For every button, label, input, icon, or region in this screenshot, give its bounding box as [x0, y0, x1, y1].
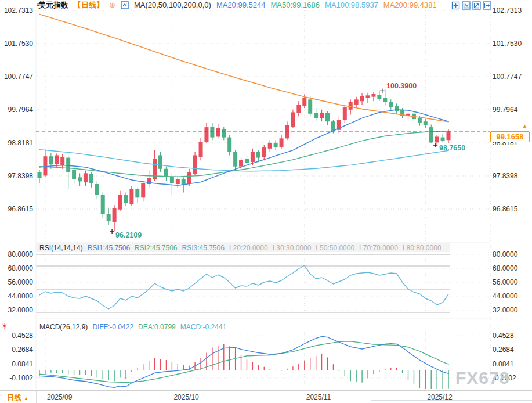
axis-tick-label: 0.2684: [493, 346, 514, 354]
footer-divider: [36, 391, 37, 403]
ma50-value-label: MA50:99.1686: [270, 1, 320, 9]
rsi3-value-label: RSI3:45.7506: [182, 244, 225, 252]
current-price-tag: 99.1658: [490, 131, 530, 142]
axis-tick-label: 32.0000: [0, 306, 33, 314]
axis-tick-label: 56.0000: [493, 278, 517, 286]
axis-tick-label: 100.7747: [0, 73, 33, 81]
rsi-l20-label: L20:20.0000: [229, 244, 268, 252]
fit-chart-icon[interactable]: [451, 1, 460, 10]
axis-tick-label: 96.8615: [0, 205, 33, 213]
price-up-arrow-icon: ▲: [522, 123, 528, 129]
rsi-settings-label[interactable]: RSI(14,14,14): [39, 244, 83, 252]
candlestick-chart-icon[interactable]: [121, 1, 129, 9]
macd-legend: MACD(26,12,9) DIFF:-0.0422 DEA:0.0799 MA…: [39, 323, 226, 331]
rsi-l80-label: L80:80.0000: [403, 244, 441, 252]
axis-tick-label: 32.0000: [493, 306, 517, 314]
chart-canvas[interactable]: [0, 0, 532, 403]
macd-dea-label: DEA:0.0799: [138, 323, 176, 331]
period-dropdown-arrow-icon: ▲: [23, 395, 28, 401]
legend-menu-icon[interactable]: ≡: [37, 2, 39, 8]
rsi-l30-label: L30:30.0000: [273, 244, 312, 252]
axis-tick-label: 44.0000: [493, 292, 517, 300]
axis-tick-label: 97.8398: [0, 172, 33, 180]
chart-header: 美元指数 【日线】 ⊕ MA(20,50,100,200,0,0) MA20:9…: [38, 0, 440, 10]
axis-tick-label: 100.7747: [493, 73, 522, 81]
chart-window: 美元指数 【日线】 ⊕ MA(20,50,100,200,0,0) MA20:9…: [0, 0, 532, 403]
axis-tick-label: 80.0000: [0, 250, 33, 258]
macd-value-label: MACD:-0.2441: [180, 323, 226, 331]
axis-tick-label: 101.7530: [0, 39, 33, 48]
axis-tick-label: 99.7964: [0, 106, 33, 114]
rsi2-value-label: RSI2:45.7506: [135, 244, 177, 252]
rsi-l70-label: L70:70.0000: [359, 244, 398, 252]
axis-tick-label: 102.7313: [0, 6, 33, 15]
period-selector[interactable]: 日线 ▲: [7, 393, 28, 403]
axis-tick-label: -0.1002: [0, 374, 33, 382]
ma-settings-label[interactable]: MA(20,50,100,200,0,0): [134, 1, 211, 9]
axis-tick-label: 101.7530: [493, 39, 522, 48]
rsi-legend: RSI(14,14,14) RSI1:45.7506 RSI2:45.7506 …: [39, 244, 441, 252]
axis-tick-label: 56.0000: [0, 278, 33, 286]
low-price-label: 96.2109: [115, 231, 142, 239]
time-axis-label: 2025/11: [306, 393, 331, 401]
time-axis-label: 2025/09: [47, 393, 72, 401]
rsi1-value-label: RSI1:45.7506: [88, 244, 130, 252]
period-tag[interactable]: 【日线】: [74, 0, 104, 10]
axis-tick-label: 99.7964: [493, 106, 517, 114]
time-scrollbar[interactable]: [371, 400, 532, 401]
axis-tick-label: 68.0000: [493, 264, 517, 272]
axis-tick-label: 44.0000: [0, 292, 33, 300]
instrument-title: 美元指数: [38, 0, 68, 10]
axis-tick-label: 0.4528: [0, 332, 33, 340]
axis-tick-label: 102.7313: [493, 6, 522, 15]
axis-tick-label: 0.0841: [493, 360, 514, 368]
macd-settings-label[interactable]: MACD(26,12,9): [39, 323, 88, 331]
ma20-value-label: MA20:99.5244: [216, 1, 266, 9]
axis-tick-label: 0.2684: [0, 346, 33, 354]
chart-toolbar: [451, 1, 491, 10]
live-indicator-icon: ☀: [1, 322, 8, 330]
axis-tick-label: 96.8615: [493, 205, 517, 213]
macd-diff-label: DIFF:-0.0422: [92, 323, 133, 331]
axis-tick-label: 0.4528: [493, 332, 514, 340]
axis-tick-label: 98.8181: [0, 139, 33, 147]
high-price-label: 100.3900: [386, 82, 417, 90]
watermark: FX678: [455, 368, 509, 388]
axis-tick-label: 0.0841: [0, 360, 33, 368]
axis-tick-label: 68.0000: [0, 264, 33, 272]
axis-tick-label: 80.0000: [493, 250, 517, 258]
time-axis-label: 2025/10: [173, 393, 198, 401]
ma100-value-label: MA100:98.5937: [325, 1, 378, 9]
period-selector-label: 日线: [7, 394, 21, 402]
rsi-l50-label: L50:50.0000: [316, 244, 354, 252]
axis-tick-label: 97.8398: [493, 172, 517, 180]
collapse-panel-icon[interactable]: [483, 1, 491, 10]
recent-low-price-label: 98.7650: [439, 144, 465, 152]
ma200-value-label: MA200:99.4381: [383, 1, 437, 9]
price-scale-icon[interactable]: [462, 1, 471, 10]
time-scale-icon[interactable]: [472, 1, 481, 10]
add-indicator-icon[interactable]: ⊕: [109, 1, 115, 9]
